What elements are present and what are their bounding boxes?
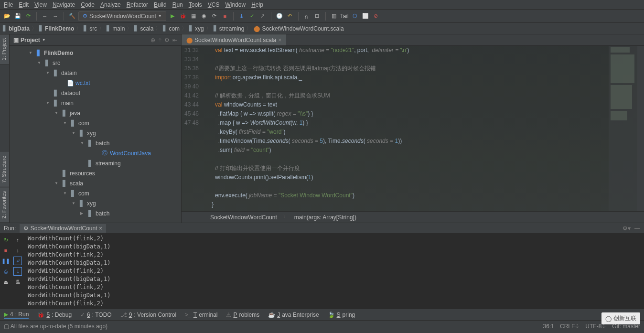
scroll-icon[interactable]: ⤓ <box>13 267 22 276</box>
tool5-icon[interactable]: ⬜ <box>361 12 370 21</box>
pause-icon[interactable]: ❚❚ <box>1 257 10 265</box>
run-icon[interactable]: ▶ <box>168 12 177 21</box>
menu-run[interactable]: Run <box>172 1 183 8</box>
open-icon[interactable]: 📂 <box>3 12 11 21</box>
exit-icon[interactable]: ⏏ <box>1 278 10 286</box>
tool3-icon[interactable]: ▥ <box>330 12 338 21</box>
print-icon[interactable]: 🖶 <box>13 278 22 286</box>
build-icon[interactable]: 🔨 <box>68 12 76 21</box>
tree-batch[interactable]: ▶▋batch <box>10 208 181 218</box>
stop-run-icon[interactable]: ■ <box>1 246 10 255</box>
code-editor[interactable]: val text = env.socketTextStream( hostnam… <box>205 46 609 211</box>
bottom-tab-Spring[interactable]: 🍃 Spring <box>328 312 355 318</box>
commit-icon[interactable]: ✓ <box>248 12 257 21</box>
menu-tools[interactable]: Tools <box>189 1 202 8</box>
coverage-icon[interactable]: ▦ <box>189 12 198 21</box>
close-tab-icon[interactable]: × <box>278 37 281 43</box>
tool1-icon[interactable]: ⎌ <box>302 12 311 21</box>
down-icon[interactable]: ↓ <box>13 246 22 255</box>
menu-build[interactable]: Build <box>154 1 167 8</box>
crumb-src[interactable]: ▋ src <box>84 25 97 32</box>
menu-file[interactable]: File <box>4 1 13 8</box>
tree-scala[interactable]: ▼▋scala <box>10 178 181 188</box>
crumb-main[interactable]: ▋ main <box>107 25 125 32</box>
refresh-icon[interactable]: ⟳ <box>24 12 32 21</box>
locate-icon[interactable]: ⊕ <box>150 37 155 43</box>
bottom-tab-4-Run[interactable]: ▶ 4: Run <box>4 311 29 319</box>
forward-icon[interactable]: → <box>51 12 60 21</box>
bottom-tab-Terminal[interactable]: >_ Terminal <box>185 312 217 318</box>
caret-pos[interactable]: 36:1 <box>543 323 554 330</box>
tree-WordCountJava[interactable]: ⒸWordCountJava <box>10 148 181 158</box>
menu-window[interactable]: Window <box>225 1 246 8</box>
dump-icon[interactable]: ⎙ <box>1 267 10 276</box>
profile-icon[interactable]: ◉ <box>200 12 208 21</box>
tree-com[interactable]: ▼▋com <box>10 188 181 198</box>
crumb-scala[interactable]: ▋ scala <box>134 25 153 32</box>
debug-icon[interactable]: 🐞 <box>179 12 187 21</box>
crumb-FlinkDemo[interactable]: ▋ FlinkDemo <box>39 25 74 32</box>
editor-tab[interactable]: ⬤ SocketWindowWordCount.scala × <box>182 34 286 45</box>
editor-breadcrumb[interactable]: SocketWindowWordCount〉main(args: Array[S… <box>182 211 644 223</box>
bottom-tab-9-Version-Control[interactable]: ⎇ 9: Version Control <box>120 312 176 318</box>
tree-FlinkDemo[interactable]: ▼▋FlinkDemo <box>10 48 181 58</box>
project-title[interactable]: ▣ Project ▼ <box>13 37 46 43</box>
tree-datain[interactable]: ▼▋datain <box>10 68 181 78</box>
tail-label[interactable]: Tail <box>340 13 349 20</box>
run-config-select[interactable]: SocketWindowWordCount ▼ <box>78 11 166 21</box>
bottom-tab-Java-Enterprise[interactable]: ☕ Java Enterprise <box>268 312 319 318</box>
hide-icon[interactable]: ⇤ <box>172 37 177 43</box>
tree-streaming[interactable]: ▋streaming <box>10 158 181 168</box>
tool4-icon[interactable]: ⬡ <box>351 12 359 21</box>
crumb-com[interactable]: ▋ com <box>163 25 180 32</box>
bottom-tab-Problems[interactable]: ⚠ Problems <box>226 312 259 318</box>
wrap-icon[interactable]: ⤶ <box>13 257 22 265</box>
run-tab[interactable]: ⚙ SocketWindowWordCount × <box>20 224 106 233</box>
tree-dataout[interactable]: ▋dataout <box>10 88 181 98</box>
crumb-xyg[interactable]: ▋ xyg <box>189 25 204 32</box>
minimap[interactable] <box>609 46 637 211</box>
tab-structure[interactable]: 7: Structure <box>0 152 9 187</box>
tree-src[interactable]: ▼▋src <box>10 58 181 68</box>
tab-favorites[interactable]: 2: Favorites <box>0 187 9 223</box>
menu-help[interactable]: Help <box>251 1 263 8</box>
attach-icon[interactable]: ⟳ <box>210 12 219 21</box>
crumb-bigData[interactable]: ▋ bigData <box>3 25 30 32</box>
error-stripe[interactable] <box>637 46 644 211</box>
menu-code[interactable]: Code <box>81 1 95 8</box>
menu-view[interactable]: View <box>34 1 47 8</box>
history-icon[interactable]: 🕘 <box>275 12 284 21</box>
vcs-icon[interactable]: ⤓ <box>237 12 246 21</box>
tree-xyg[interactable]: ▼▋xyg <box>10 128 181 138</box>
tree-com[interactable]: ▼▋com <box>10 118 181 128</box>
revert-icon[interactable]: ↶ <box>286 12 294 21</box>
bottom-tab-5-Debug[interactable]: 🐞 5: Debug <box>37 312 72 318</box>
crumb-SocketWindowWordCount.scala[interactable]: ⬤ SocketWindowWordCount.scala <box>254 25 343 32</box>
bottom-tab-6-TODO[interactable]: ✓ 6: TODO <box>80 312 112 318</box>
crumb-streaming[interactable]: ▋ streaming <box>214 25 245 32</box>
tree-main[interactable]: ▼▋main <box>10 98 181 108</box>
stop-icon[interactable]: ■ <box>221 12 229 21</box>
project-tree[interactable]: ▼▋FlinkDemo▼▋src▼▋datain📄wc.txt▋dataout▼… <box>10 46 181 223</box>
expand-icon[interactable]: ÷ <box>158 37 161 43</box>
back-icon[interactable]: ← <box>41 12 49 21</box>
run-output[interactable]: WordWithCount(flink,2) WordWithCount(big… <box>24 234 644 309</box>
up-icon[interactable]: ↑ <box>13 236 22 244</box>
tree-batch[interactable]: ▼▋batch <box>10 138 181 148</box>
line-sep[interactable]: CRLF≑ <box>560 323 580 330</box>
menu-edit[interactable]: Edit <box>19 1 29 8</box>
stop2-icon[interactable]: ⊘ <box>372 12 380 21</box>
run-hide-icon[interactable]: — <box>634 225 640 232</box>
settings-icon[interactable]: ⚙ <box>164 37 170 43</box>
tree-xyg[interactable]: ▼▋xyg <box>10 198 181 208</box>
push-icon[interactable]: ↗ <box>258 12 267 21</box>
menu-refactor[interactable]: Refactor <box>127 1 148 8</box>
tree-java[interactable]: ▼▋java <box>10 108 181 118</box>
run-settings-icon[interactable]: ⚙▾ <box>623 225 631 232</box>
tool2-icon[interactable]: ⊞ <box>313 12 322 21</box>
menu-analyze[interactable]: Analyze <box>100 1 121 8</box>
tree-wc.txt[interactable]: 📄wc.txt <box>10 78 181 88</box>
tree-resources[interactable]: ▋resources <box>10 168 181 178</box>
menu-vcs[interactable]: VCS <box>208 1 220 8</box>
rerun-icon[interactable]: ↻ <box>1 236 10 244</box>
